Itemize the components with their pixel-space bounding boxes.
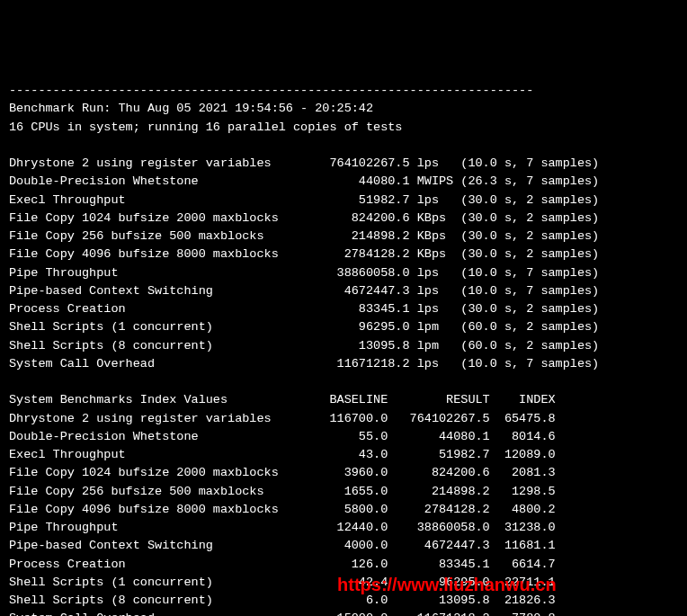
terminal-output: ----------------------------------------…: [9, 82, 678, 616]
watermark-text: https://www.liuzhanwu.cn: [337, 571, 557, 598]
